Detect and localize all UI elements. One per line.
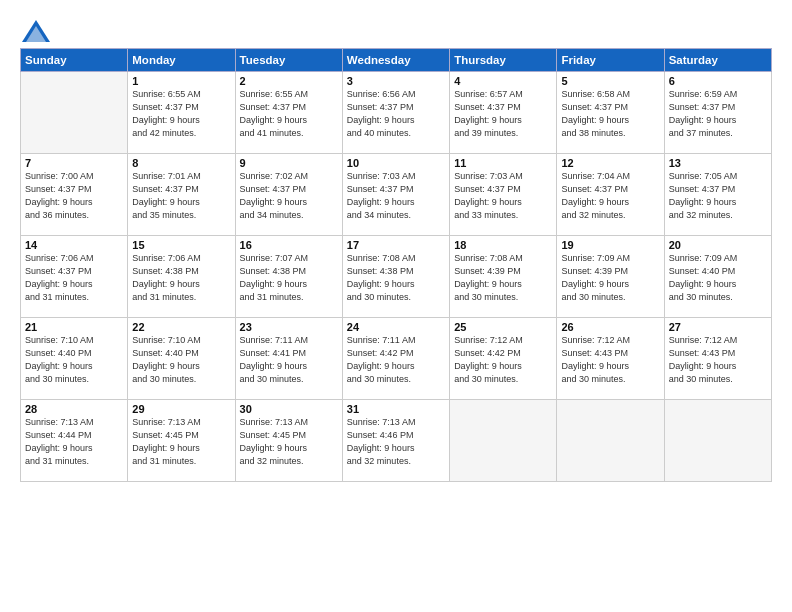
day-number: 20 (669, 239, 767, 251)
day-number: 13 (669, 157, 767, 169)
calendar-cell: 18Sunrise: 7:08 AMSunset: 4:39 PMDayligh… (450, 236, 557, 318)
calendar-cell: 28Sunrise: 7:13 AMSunset: 4:44 PMDayligh… (21, 400, 128, 482)
calendar-cell: 25Sunrise: 7:12 AMSunset: 4:42 PMDayligh… (450, 318, 557, 400)
calendar-cell: 4Sunrise: 6:57 AMSunset: 4:37 PMDaylight… (450, 72, 557, 154)
calendar-cell: 6Sunrise: 6:59 AMSunset: 4:37 PMDaylight… (664, 72, 771, 154)
calendar-cell: 16Sunrise: 7:07 AMSunset: 4:38 PMDayligh… (235, 236, 342, 318)
page: SundayMondayTuesdayWednesdayThursdayFrid… (0, 0, 792, 612)
calendar-week-1: 7Sunrise: 7:00 AMSunset: 4:37 PMDaylight… (21, 154, 772, 236)
day-header-monday: Monday (128, 49, 235, 72)
day-number: 25 (454, 321, 552, 333)
day-info: Sunrise: 7:03 AMSunset: 4:37 PMDaylight:… (347, 170, 445, 222)
calendar-cell: 10Sunrise: 7:03 AMSunset: 4:37 PMDayligh… (342, 154, 449, 236)
day-header-saturday: Saturday (664, 49, 771, 72)
day-number: 28 (25, 403, 123, 415)
day-number: 17 (347, 239, 445, 251)
day-number: 14 (25, 239, 123, 251)
day-number: 6 (669, 75, 767, 87)
day-number: 10 (347, 157, 445, 169)
calendar-cell: 17Sunrise: 7:08 AMSunset: 4:38 PMDayligh… (342, 236, 449, 318)
day-number: 2 (240, 75, 338, 87)
day-info: Sunrise: 7:13 AMSunset: 4:45 PMDaylight:… (240, 416, 338, 468)
calendar-cell: 7Sunrise: 7:00 AMSunset: 4:37 PMDaylight… (21, 154, 128, 236)
calendar-cell: 8Sunrise: 7:01 AMSunset: 4:37 PMDaylight… (128, 154, 235, 236)
calendar-week-3: 21Sunrise: 7:10 AMSunset: 4:40 PMDayligh… (21, 318, 772, 400)
day-number: 15 (132, 239, 230, 251)
calendar-cell: 13Sunrise: 7:05 AMSunset: 4:37 PMDayligh… (664, 154, 771, 236)
day-info: Sunrise: 7:09 AMSunset: 4:39 PMDaylight:… (561, 252, 659, 304)
calendar-cell: 23Sunrise: 7:11 AMSunset: 4:41 PMDayligh… (235, 318, 342, 400)
day-info: Sunrise: 7:00 AMSunset: 4:37 PMDaylight:… (25, 170, 123, 222)
day-number: 24 (347, 321, 445, 333)
day-info: Sunrise: 7:12 AMSunset: 4:43 PMDaylight:… (561, 334, 659, 386)
day-number: 31 (347, 403, 445, 415)
day-info: Sunrise: 7:03 AMSunset: 4:37 PMDaylight:… (454, 170, 552, 222)
day-number: 12 (561, 157, 659, 169)
calendar-cell: 30Sunrise: 7:13 AMSunset: 4:45 PMDayligh… (235, 400, 342, 482)
day-info: Sunrise: 6:58 AMSunset: 4:37 PMDaylight:… (561, 88, 659, 140)
day-info: Sunrise: 7:13 AMSunset: 4:45 PMDaylight:… (132, 416, 230, 468)
day-number: 30 (240, 403, 338, 415)
day-info: Sunrise: 7:06 AMSunset: 4:38 PMDaylight:… (132, 252, 230, 304)
day-header-tuesday: Tuesday (235, 49, 342, 72)
day-info: Sunrise: 7:09 AMSunset: 4:40 PMDaylight:… (669, 252, 767, 304)
day-info: Sunrise: 6:55 AMSunset: 4:37 PMDaylight:… (240, 88, 338, 140)
day-info: Sunrise: 7:13 AMSunset: 4:44 PMDaylight:… (25, 416, 123, 468)
day-info: Sunrise: 7:10 AMSunset: 4:40 PMDaylight:… (132, 334, 230, 386)
day-header-sunday: Sunday (21, 49, 128, 72)
calendar-cell: 3Sunrise: 6:56 AMSunset: 4:37 PMDaylight… (342, 72, 449, 154)
day-info: Sunrise: 7:10 AMSunset: 4:40 PMDaylight:… (25, 334, 123, 386)
day-number: 26 (561, 321, 659, 333)
day-info: Sunrise: 7:11 AMSunset: 4:42 PMDaylight:… (347, 334, 445, 386)
calendar-week-2: 14Sunrise: 7:06 AMSunset: 4:37 PMDayligh… (21, 236, 772, 318)
day-number: 16 (240, 239, 338, 251)
day-number: 9 (240, 157, 338, 169)
day-info: Sunrise: 7:12 AMSunset: 4:42 PMDaylight:… (454, 334, 552, 386)
calendar-week-4: 28Sunrise: 7:13 AMSunset: 4:44 PMDayligh… (21, 400, 772, 482)
calendar-cell: 21Sunrise: 7:10 AMSunset: 4:40 PMDayligh… (21, 318, 128, 400)
day-header-friday: Friday (557, 49, 664, 72)
day-info: Sunrise: 7:08 AMSunset: 4:39 PMDaylight:… (454, 252, 552, 304)
day-info: Sunrise: 7:04 AMSunset: 4:37 PMDaylight:… (561, 170, 659, 222)
calendar-cell: 31Sunrise: 7:13 AMSunset: 4:46 PMDayligh… (342, 400, 449, 482)
calendar-cell: 9Sunrise: 7:02 AMSunset: 4:37 PMDaylight… (235, 154, 342, 236)
day-number: 3 (347, 75, 445, 87)
calendar-cell: 5Sunrise: 6:58 AMSunset: 4:37 PMDaylight… (557, 72, 664, 154)
calendar-cell (664, 400, 771, 482)
day-info: Sunrise: 7:08 AMSunset: 4:38 PMDaylight:… (347, 252, 445, 304)
day-number: 5 (561, 75, 659, 87)
calendar-week-0: 1Sunrise: 6:55 AMSunset: 4:37 PMDaylight… (21, 72, 772, 154)
calendar-cell: 20Sunrise: 7:09 AMSunset: 4:40 PMDayligh… (664, 236, 771, 318)
calendar-cell: 1Sunrise: 6:55 AMSunset: 4:37 PMDaylight… (128, 72, 235, 154)
day-info: Sunrise: 6:56 AMSunset: 4:37 PMDaylight:… (347, 88, 445, 140)
calendar-header-row: SundayMondayTuesdayWednesdayThursdayFrid… (21, 49, 772, 72)
day-info: Sunrise: 6:55 AMSunset: 4:37 PMDaylight:… (132, 88, 230, 140)
day-number: 7 (25, 157, 123, 169)
day-info: Sunrise: 7:06 AMSunset: 4:37 PMDaylight:… (25, 252, 123, 304)
calendar-cell (557, 400, 664, 482)
day-number: 18 (454, 239, 552, 251)
calendar-cell: 14Sunrise: 7:06 AMSunset: 4:37 PMDayligh… (21, 236, 128, 318)
day-info: Sunrise: 7:11 AMSunset: 4:41 PMDaylight:… (240, 334, 338, 386)
day-number: 11 (454, 157, 552, 169)
logo (20, 18, 56, 40)
calendar-cell (450, 400, 557, 482)
calendar-cell: 2Sunrise: 6:55 AMSunset: 4:37 PMDaylight… (235, 72, 342, 154)
day-number: 1 (132, 75, 230, 87)
calendar-cell: 15Sunrise: 7:06 AMSunset: 4:38 PMDayligh… (128, 236, 235, 318)
day-info: Sunrise: 7:13 AMSunset: 4:46 PMDaylight:… (347, 416, 445, 468)
day-number: 22 (132, 321, 230, 333)
calendar-cell: 29Sunrise: 7:13 AMSunset: 4:45 PMDayligh… (128, 400, 235, 482)
day-info: Sunrise: 7:12 AMSunset: 4:43 PMDaylight:… (669, 334, 767, 386)
day-number: 23 (240, 321, 338, 333)
calendar: SundayMondayTuesdayWednesdayThursdayFrid… (20, 48, 772, 482)
day-number: 21 (25, 321, 123, 333)
calendar-cell: 11Sunrise: 7:03 AMSunset: 4:37 PMDayligh… (450, 154, 557, 236)
day-number: 27 (669, 321, 767, 333)
day-number: 4 (454, 75, 552, 87)
calendar-cell (21, 72, 128, 154)
day-info: Sunrise: 7:05 AMSunset: 4:37 PMDaylight:… (669, 170, 767, 222)
day-number: 19 (561, 239, 659, 251)
logo-icon (20, 18, 52, 44)
calendar-cell: 24Sunrise: 7:11 AMSunset: 4:42 PMDayligh… (342, 318, 449, 400)
